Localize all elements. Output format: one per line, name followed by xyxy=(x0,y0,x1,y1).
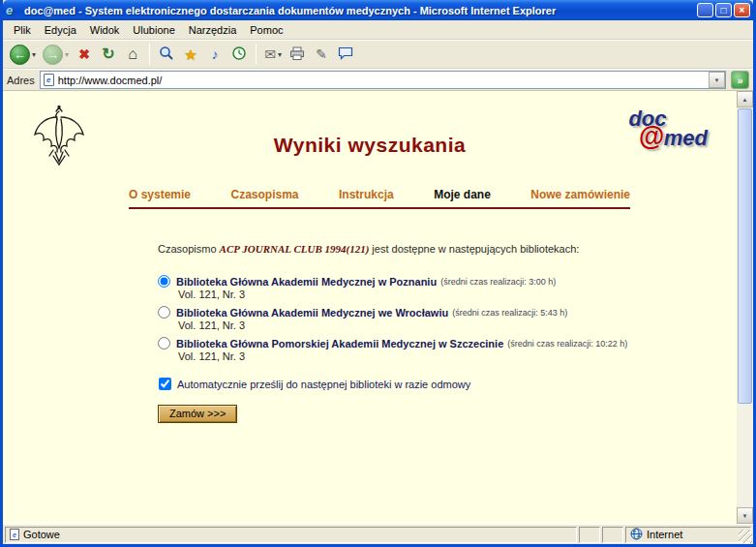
status-message-cell: e Gotowe xyxy=(5,527,577,543)
menu-widok[interactable]: Widok xyxy=(83,22,127,38)
forward-dropdown-icon: ▾ xyxy=(65,50,69,59)
favorites-button[interactable]: ★ xyxy=(179,42,202,67)
print-icon xyxy=(289,46,305,63)
search-button[interactable] xyxy=(155,42,178,67)
scroll-down-button[interactable]: ▼ xyxy=(737,507,753,524)
refresh-button[interactable]: ↻ xyxy=(97,42,120,67)
page-header: Wyniki wyszukania doc @med xyxy=(3,91,737,188)
order-button[interactable]: Zamów >>> xyxy=(158,405,237,423)
back-dropdown-icon: ▾ xyxy=(32,50,36,59)
site-nav: O systemie Czasopisma Instrukcja Moje da… xyxy=(129,188,630,201)
results-content: Czasopismo ACP JOURNAL CLUB 1994(121) je… xyxy=(158,242,719,423)
library-radio[interactable] xyxy=(158,337,170,349)
library-time: (średni czas realizacji: 3:00 h) xyxy=(440,277,556,287)
back-button[interactable]: ← ▾ xyxy=(7,42,39,67)
library-radio[interactable] xyxy=(158,275,170,288)
minimize-button[interactable]: _ xyxy=(697,3,713,17)
menu-narzedzia[interactable]: Narzędzia xyxy=(182,22,244,38)
journal-name: ACP JOURNAL CLUB 1994(121) xyxy=(220,243,370,255)
media-icon: ♪ xyxy=(212,47,219,61)
nav-instrukcja[interactable]: Instrukcja xyxy=(339,188,394,201)
browser-viewport: Wyniki wyszukania doc @med O systemie Cz… xyxy=(3,91,753,524)
auto-forward-row: Automatycznie prześlij do następnej bibl… xyxy=(158,378,719,390)
nav-divider xyxy=(129,207,630,209)
address-url: http://www.docmed.pl/ xyxy=(58,75,705,86)
window-title: doc@med - System elektronicznego dostarc… xyxy=(24,5,697,16)
logo-med-text: med xyxy=(664,126,708,150)
titlebar[interactable]: e doc@med - System elektronicznego dosta… xyxy=(3,0,753,20)
stop-icon: ✖ xyxy=(78,47,90,61)
home-button[interactable]: ⌂ xyxy=(121,42,144,67)
nav-czasopisma[interactable]: Czasopisma xyxy=(231,188,299,201)
close-icon: × xyxy=(740,6,745,15)
address-input[interactable]: e http://www.docmed.pl/ ▼ xyxy=(40,71,726,89)
auto-forward-checkbox[interactable] xyxy=(159,378,171,390)
status-cell-empty xyxy=(602,527,623,543)
address-dropdown-button[interactable]: ▼ xyxy=(709,72,725,88)
menu-ulubione[interactable]: Ulubione xyxy=(126,22,181,38)
nav-nowe-zamowienie[interactable]: Nowe zamówienie xyxy=(530,188,630,201)
maximize-button[interactable]: □ xyxy=(715,3,732,17)
security-zone-cell: Internet xyxy=(625,527,751,543)
web-page: Wyniki wyszukania doc @med O systemie Cz… xyxy=(3,91,737,524)
forward-icon: → xyxy=(43,45,63,65)
intro-prefix: Czasopismo xyxy=(158,243,220,255)
menu-edycja[interactable]: Edycja xyxy=(38,22,83,38)
arrow-down-icon: ▼ xyxy=(742,513,748,519)
menu-pomoc[interactable]: Pomoc xyxy=(243,22,289,38)
stop-button[interactable]: ✖ xyxy=(73,42,96,67)
home-icon: ⌂ xyxy=(128,46,137,62)
toolbar: ← ▾ → ▾ ✖ ↻ ⌂ ★ ♪ xyxy=(3,40,753,69)
library-option: Biblioteka Główna Akademii Medycznej we … xyxy=(158,306,719,331)
toolbar-separator xyxy=(256,44,257,65)
history-button[interactable] xyxy=(227,42,251,67)
nav-o-systemie[interactable]: O systemie xyxy=(129,188,191,201)
favorites-icon: ★ xyxy=(184,47,197,62)
resize-grip[interactable] xyxy=(739,530,752,543)
intro-suffix: jest dostępne w następujących biblioteka… xyxy=(369,243,579,255)
edit-button[interactable]: ✎ xyxy=(310,42,333,67)
status-text: Gotowe xyxy=(23,529,60,540)
library-time: (średni czas realizacji: 5:43 h) xyxy=(452,308,567,318)
mail-icon: ✉ xyxy=(264,47,276,61)
back-icon: ← xyxy=(10,45,30,65)
close-button[interactable]: × xyxy=(734,3,750,17)
library-name: Biblioteka Główna Akademii Medycznej w P… xyxy=(176,276,437,288)
library-radio[interactable] xyxy=(158,306,170,319)
library-volume: Vol. 121, Nr. 3 xyxy=(178,289,719,300)
browser-window: e doc@med - System elektronicznego dosta… xyxy=(0,0,756,547)
scrollbar-thumb[interactable] xyxy=(738,108,752,404)
minimize-icon: _ xyxy=(703,8,709,17)
refresh-icon: ↻ xyxy=(102,46,114,62)
library-name: Biblioteka Główna Pomorskiej Akademii Me… xyxy=(176,338,503,349)
go-icon: » xyxy=(737,75,742,86)
docmed-logo: doc @med xyxy=(626,108,708,150)
media-button[interactable]: ♪ xyxy=(203,42,227,67)
nav-moje-dane[interactable]: Moje dane xyxy=(434,188,491,201)
status-bar: e Gotowe Internet xyxy=(3,524,753,544)
page-icon: e xyxy=(44,74,54,86)
mail-button[interactable]: ✉ ▾ xyxy=(261,42,285,67)
edit-icon: ✎ xyxy=(316,47,327,61)
print-button[interactable] xyxy=(286,42,309,67)
library-name: Biblioteka Główna Akademii Medycznej we … xyxy=(176,307,448,319)
library-volume: Vol. 121, Nr. 3 xyxy=(178,350,719,362)
logo-at-sign: @ xyxy=(638,122,663,151)
menubar: Plik Edycja Widok Ulubione Narzędzia Pom… xyxy=(3,20,753,40)
discuss-button[interactable] xyxy=(334,42,357,67)
history-icon xyxy=(231,46,247,63)
auto-forward-label: Automatycznie prześlij do następnej bibl… xyxy=(177,379,470,390)
status-cell-empty xyxy=(579,527,600,543)
address-bar: Adres e http://www.docmed.pl/ ▼ » xyxy=(3,69,753,91)
menu-plik[interactable]: Plik xyxy=(7,22,38,38)
ie-window-icon: e xyxy=(6,3,21,17)
zone-label: Internet xyxy=(647,529,682,540)
globe-icon xyxy=(630,528,643,542)
maximize-icon: □ xyxy=(720,6,726,15)
go-button[interactable]: » xyxy=(731,71,749,89)
scroll-up-button[interactable]: ▲ xyxy=(737,91,753,107)
library-option: Biblioteka Główna Akademii Medycznej w P… xyxy=(158,275,719,300)
forward-button[interactable]: → ▾ xyxy=(40,42,72,67)
library-time: (średni czas realizacji: 10:22 h) xyxy=(507,339,627,349)
vertical-scrollbar[interactable]: ▲ ▼ xyxy=(737,91,753,524)
